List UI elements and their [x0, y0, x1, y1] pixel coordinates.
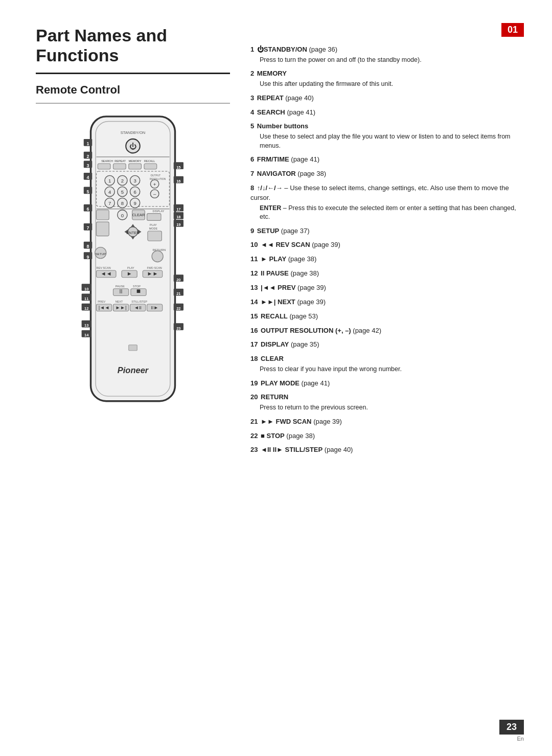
item-desc: Press to turn the power on and off (to t… — [260, 56, 524, 65]
list-item: 23 ◄II II► STILL/STEP (page 40) — [250, 445, 524, 455]
svg-text:2: 2 — [121, 178, 124, 184]
item-label: OUTPUT RESOLUTION (+, –) — [261, 327, 351, 334]
svg-text:NEXT: NEXT — [116, 300, 123, 303]
item-number: 14 — [250, 298, 258, 306]
svg-text:⏻: ⏻ — [129, 142, 136, 150]
item-desc: Use this after updating the firmware of … — [260, 80, 524, 89]
svg-text:8: 8 — [121, 200, 124, 206]
item-number: 6 — [250, 155, 254, 163]
svg-text:REPEAT: REPEAT — [114, 159, 126, 163]
item-label: PLAY MODE — [261, 379, 300, 387]
item-desc: Use these to select and play the file yo… — [260, 132, 524, 150]
svg-text:►: ► — [127, 270, 132, 276]
list-item: 20 RETURN Press to return to the previou… — [250, 393, 524, 412]
item-label: SETUP — [257, 227, 279, 235]
svg-text:4: 4 — [87, 175, 89, 180]
item-label: REPEAT — [257, 94, 284, 102]
item-desc: Press to return to the previous screen. — [260, 403, 524, 413]
list-item: 18 CLEAR Press to clear if you have inpu… — [250, 354, 524, 374]
item-page-ref: (page 42) — [353, 327, 381, 334]
svg-rect-59 — [144, 164, 157, 169]
list-item: 1 ⏻STANDBY/ON (page 36) Press to turn th… — [250, 45, 524, 64]
svg-text:►►: ►► — [147, 270, 158, 276]
section-underline — [36, 103, 230, 104]
item-label: DISPLAY — [261, 340, 289, 348]
section-heading: Remote Control — [36, 83, 230, 97]
list-item: 22 ■ STOP (page 38) — [250, 431, 524, 441]
svg-text:SETUP: SETUP — [95, 251, 106, 255]
item-label: RECALL — [261, 312, 288, 320]
svg-text:10: 10 — [84, 286, 88, 291]
list-item: 2 MEMORY Use this after updating the fir… — [250, 69, 524, 88]
list-item: 12 II PAUSE (page 38) — [250, 269, 524, 279]
item-label: Number buttons — [257, 122, 308, 130]
list-item: 6 FRM/TIME (page 41) — [250, 155, 524, 165]
svg-text:PREV: PREV — [98, 300, 105, 303]
svg-point-110 — [152, 250, 163, 262]
page-footer: 23 En — [499, 720, 524, 742]
svg-text:4: 4 — [108, 189, 111, 195]
list-item: 4 SEARCH (page 41) — [250, 108, 524, 118]
list-item: 3 REPEAT (page 40) — [250, 94, 524, 103]
item-label: SEARCH — [257, 108, 285, 116]
page-title: Part Names andFunctions — [36, 26, 230, 65]
item-label: ■ STOP — [261, 432, 285, 440]
list-item: 10 ◄◄ REV SCAN (page 39) — [250, 240, 524, 250]
item-number: 10 — [250, 241, 258, 248]
item-label: ◄II II► STILL/STEP — [261, 446, 323, 453]
svg-text:8: 8 — [87, 244, 89, 249]
svg-text:ENTER: ENTER — [126, 230, 140, 235]
svg-rect-97 — [97, 222, 109, 236]
svg-rect-58 — [129, 164, 142, 169]
svg-text:SEARCH: SEARCH — [101, 159, 113, 163]
svg-text:23: 23 — [176, 326, 180, 330]
svg-text:◄◄: ◄◄ — [101, 270, 112, 276]
svg-text:6: 6 — [87, 207, 89, 212]
item-page-ref: (page 35) — [291, 340, 319, 348]
svg-text:II: II — [120, 288, 123, 294]
list-item: 19 PLAY MODE (page 41) — [250, 379, 524, 388]
svg-text:STANDBY/ON: STANDBY/ON — [121, 130, 146, 135]
item-page-ref: (page 41) — [287, 108, 315, 116]
svg-text:|◄◄: |◄◄ — [99, 304, 110, 310]
svg-text:FWD SCAN: FWD SCAN — [147, 266, 162, 269]
item-number: 8 — [250, 184, 254, 192]
item-page-ref: (page 38) — [290, 269, 319, 277]
svg-text:17: 17 — [176, 207, 180, 212]
item-label: ⏻STANDBY/ON — [257, 45, 307, 53]
list-item: 15 RECALL (page 53) — [250, 312, 524, 322]
svg-text:–: – — [153, 191, 156, 197]
item-page-ref: (page 37) — [281, 227, 310, 235]
item-page-ref: (page 40) — [325, 446, 353, 453]
svg-rect-57 — [113, 164, 126, 169]
svg-text:3: 3 — [133, 178, 136, 184]
svg-text:2: 2 — [87, 154, 89, 159]
list-item: 8 ↑/↓/←/→ – Use these to select items, c… — [250, 184, 524, 222]
item-number: 2 — [250, 70, 254, 77]
svg-text:RESOLUTION: RESOLUTION — [150, 177, 166, 180]
item-page-ref: (page 40) — [285, 94, 314, 102]
svg-text:7: 7 — [108, 200, 111, 206]
svg-text:PLAY: PLAY — [127, 266, 134, 269]
item-number: 5 — [250, 122, 254, 130]
list-item: 17 DISPLAY (page 35) — [250, 340, 524, 350]
item-label: FRM/TIME — [257, 155, 289, 163]
item-page-ref: (page 53) — [289, 312, 318, 320]
svg-rect-56 — [98, 164, 110, 169]
item-number: 16 — [250, 327, 258, 334]
svg-text:MODE: MODE — [149, 227, 158, 230]
svg-text:PAUSE: PAUSE — [116, 285, 125, 288]
section-badge: 01 — [501, 23, 524, 37]
item-label: ► PLAY — [261, 255, 286, 263]
item-number: 3 — [250, 94, 254, 102]
svg-rect-51 — [97, 156, 170, 157]
item-page-ref: (page 36) — [309, 45, 337, 53]
svg-text:16: 16 — [176, 179, 180, 184]
svg-text:19: 19 — [176, 222, 180, 227]
item-label: ►►| NEXT — [261, 298, 295, 306]
svg-text:13: 13 — [84, 323, 88, 328]
item-number: 11 — [250, 255, 258, 263]
svg-text:5: 5 — [87, 189, 89, 194]
item-page-ref: (page 38) — [288, 255, 317, 263]
right-column: 01 1 ⏻STANDBY/ON (page 36) Press to turn… — [250, 26, 524, 460]
